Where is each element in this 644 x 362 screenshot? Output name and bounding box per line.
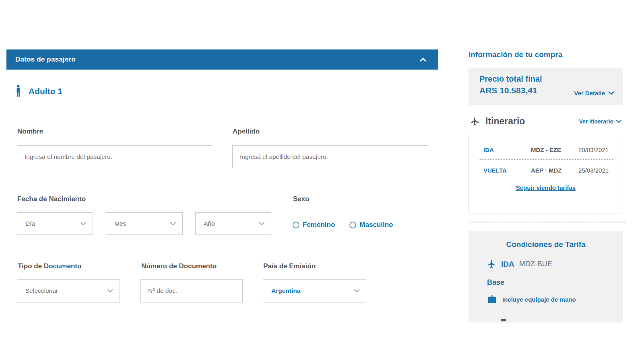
chevron-down-icon <box>170 222 176 225</box>
sexo-radio-group: Femenino Masculino <box>293 221 393 229</box>
itinerary-title: Itinerario <box>485 116 525 127</box>
airplane-icon <box>470 117 480 126</box>
chevron-down-icon <box>80 222 86 225</box>
chevron-down-icon <box>107 289 113 292</box>
tipo-documento-select[interactable]: Seleccionar <box>17 279 120 302</box>
ver-detalle-link[interactable]: Ver Detalle <box>574 90 614 97</box>
tipo-documento-label: Tipo de Documento <box>18 262 81 270</box>
total-price-label: Precio total final <box>479 74 615 84</box>
total-price-card: Precio total final ARS 10.583,41 Ver Det… <box>469 68 623 105</box>
radio-circle-icon <box>293 222 299 228</box>
fare-direction-row: IDA MDZ-BUE <box>487 259 623 269</box>
apellido-input[interactable] <box>232 145 428 168</box>
itinerary-header: Itinerario Ver itinerario <box>470 116 623 127</box>
anio-select-value: Año <box>204 220 215 227</box>
radio-masculino-label: Masculino <box>359 221 393 229</box>
cutoff-icon <box>501 319 506 321</box>
passenger-data-title: Datos de pasajero <box>15 56 76 64</box>
fare-benefit: Incluye equipaje de mano <box>502 296 576 303</box>
mes-select-value: Mes <box>114 220 126 227</box>
radio-masculino[interactable]: Masculino <box>349 221 393 229</box>
nombre-label: Nombre <box>17 128 43 136</box>
fare-route: MDZ-BUE <box>519 260 552 268</box>
nombre-input[interactable] <box>17 145 212 168</box>
segment-row-ida: IDA MDZ - EZE 20/03/2021 <box>469 139 623 159</box>
seguir-viendo-tarifas-link[interactable]: Seguir viendo tarifas <box>516 184 576 191</box>
anio-select[interactable]: Año <box>195 212 271 235</box>
purchase-info-title: Información de tu compra <box>469 50 562 59</box>
chevron-down-icon <box>354 289 359 292</box>
booking-page: Datos de pasajero Adulto 1 Nombre Apelli… <box>0 0 644 362</box>
numero-documento-input[interactable] <box>140 279 243 302</box>
sexo-label: Sexo <box>293 195 310 203</box>
fare-direction: IDA <box>501 260 514 269</box>
segment-row-vuelta: VUELTA AEP - MDZ 25/03/2021 <box>469 160 623 179</box>
collapse-section-button[interactable] <box>420 58 426 62</box>
fare-conditions-title: Condiciones de Tarifa <box>469 240 623 249</box>
segment-date: 25/03/2021 <box>578 167 614 174</box>
radio-femenino[interactable]: Femenino <box>293 221 335 229</box>
segment-date: 20/03/2021 <box>578 146 614 153</box>
segment-type: IDA <box>483 146 531 153</box>
mes-select[interactable]: Mes <box>106 212 183 235</box>
fare-name: Base <box>487 278 623 287</box>
ver-itinerario-link[interactable]: Ver itinerario <box>579 118 621 125</box>
passenger-data-header[interactable]: Datos de pasajero <box>6 49 438 70</box>
adult-passenger-heading: Adulto 1 <box>15 84 62 98</box>
segment-route: AEP - MDZ <box>531 167 578 174</box>
pais-emision-label: País de Emisión <box>263 262 316 270</box>
panel-divider <box>469 222 626 222</box>
airplane-icon <box>487 259 496 269</box>
more-fares-row: Seguir viendo tarifas <box>469 184 623 191</box>
apellido-label: Apellido <box>233 128 260 136</box>
tipo-documento-value: Seleccionar <box>25 287 58 294</box>
ver-detalle-label: Ver Detalle <box>574 90 605 97</box>
dia-select-value: Día <box>25 220 35 227</box>
radio-femenino-label: Femenino <box>303 221 335 229</box>
person-icon <box>15 84 21 98</box>
fecha-nacimiento-label: Fecha de Nacimiento <box>17 195 86 203</box>
fare-benefit-row: Incluye equipaje de mano <box>487 295 623 304</box>
ver-itinerario-label: Ver itinerario <box>579 118 613 125</box>
numero-documento-label: Número de Documento <box>141 262 217 270</box>
pais-emision-select[interactable]: Argentina <box>263 279 366 302</box>
radio-circle-icon <box>349 222 356 228</box>
chevron-up-icon <box>420 58 426 62</box>
chevron-down-icon <box>616 120 621 123</box>
pais-emision-value: Argentina <box>271 287 300 294</box>
adult-title: Adulto 1 <box>29 86 62 96</box>
fare-conditions-card: Condiciones de Tarifa IDA MDZ-BUE Base I… <box>469 231 623 323</box>
dia-select[interactable]: Día <box>17 212 93 235</box>
segment-type: VUELTA <box>483 167 531 174</box>
segment-route: MDZ - EZE <box>531 146 578 153</box>
itinerary-card: IDA MDZ - EZE 20/03/2021 VUELTA AEP - MD… <box>469 135 623 214</box>
briefcase-icon <box>487 295 497 304</box>
chevron-down-icon <box>259 222 264 225</box>
chevron-down-icon <box>608 91 614 95</box>
